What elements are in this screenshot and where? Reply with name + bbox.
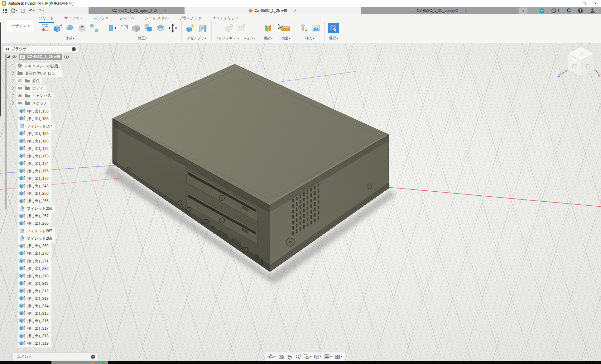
press-pull-icon[interactable] [107, 23, 117, 33]
redo-icon[interactable]: ↷▾ [39, 8, 44, 13]
create-group-label[interactable]: 作成 [65, 36, 74, 41]
assemble-group-label[interactable]: アセンブリ [187, 36, 206, 41]
expand-arrow-icon[interactable] [12, 86, 15, 91]
document-tab-2-active[interactable]: CZ-652C_1_25 v49 ✕ [185, 7, 361, 14]
feature-row[interactable]: 押し出し316 [18, 318, 51, 324]
browser-node-row[interactable]: 名前の付いたビュー [12, 70, 62, 77]
feature-label[interactable]: 押し出し172 [27, 146, 49, 151]
job-status-icon[interactable]: 1 [551, 8, 560, 13]
feature-label[interactable]: 押し出し319 [27, 341, 49, 346]
tab-close-icon[interactable]: ✕ [464, 9, 467, 13]
notifications-bell-icon[interactable] [566, 8, 571, 13]
create-sketch-icon[interactable] [40, 23, 51, 33]
collapse-panel-icon[interactable] [5, 48, 9, 50]
browser-node-row[interactable]: キャンバス [12, 93, 54, 99]
new-tab-button[interactable]: + [519, 7, 527, 14]
feature-label[interactable]: 押し出し282 [27, 266, 49, 271]
feature-row[interactable]: フィレット256 [18, 205, 55, 212]
feature-row[interactable]: 押し出し243 [18, 183, 51, 190]
app-grid-icon[interactable] [3, 9, 7, 13]
insert-image-icon[interactable] [310, 23, 321, 33]
shell-icon[interactable] [131, 23, 142, 33]
expand-arrow-icon[interactable] [12, 101, 15, 106]
browser-root-row[interactable]: CZ-652C_1_25 v49 [6, 53, 69, 60]
comments-bar[interactable]: コメント + [12, 352, 99, 361]
feature-row[interactable]: 押し出し174 [18, 160, 51, 167]
feature-label[interactable]: 押し出し257 [27, 213, 49, 219]
browser-node-row[interactable]: スケッチ [12, 100, 50, 107]
feature-row[interactable]: 押し出し314 [18, 303, 51, 309]
feature-row[interactable]: 押し出し255 [18, 198, 51, 205]
look-at-icon[interactable] [278, 354, 284, 360]
feature-label[interactable]: 押し出し176 [27, 176, 49, 181]
revolve-icon[interactable] [65, 23, 75, 33]
feature-row[interactable]: 押し出し319 [18, 340, 51, 347]
feature-label[interactable]: 押し出し159 [27, 131, 49, 136]
feature-row[interactable]: フィレット268 [18, 235, 55, 242]
feature-label[interactable]: 押し出し271 [27, 259, 49, 264]
viewports-icon[interactable]: ▾ [334, 354, 342, 360]
expand-arrow-icon[interactable] [12, 64, 15, 68]
browser-node-label[interactable]: 名前の付いたビュー [25, 71, 59, 76]
feature-label[interactable]: 押し出し310 [27, 274, 49, 279]
feature-row[interactable]: 押し出し311 [18, 280, 51, 287]
feature-row[interactable]: 押し出し250 [18, 190, 51, 197]
feature-label[interactable]: フィレット157 [27, 124, 52, 129]
feature-row[interactable]: 押し出し257 [18, 213, 51, 220]
browser-node-label[interactable]: ドキュメントの設定 [24, 64, 59, 69]
feature-label[interactable]: 押し出し311 [27, 281, 48, 286]
split-body-icon[interactable] [155, 23, 166, 33]
configuration-table-icon[interactable] [236, 23, 247, 33]
modify-group-label[interactable]: 修正 [138, 36, 147, 41]
expand-arrow-icon[interactable] [12, 71, 15, 76]
feature-row[interactable]: 押し出し318 [18, 333, 51, 340]
visibility-eye-icon[interactable] [12, 55, 17, 58]
feature-row[interactable]: 押し出し282 [18, 265, 51, 272]
feature-row[interactable]: 押し出し155 [18, 115, 51, 122]
feature-label[interactable]: 押し出し317 [27, 326, 49, 331]
feature-row[interactable]: 押し出し153 [18, 108, 51, 115]
feature-label[interactable]: 押し出し266 [27, 221, 49, 226]
insert-fastener-icon[interactable] [298, 23, 309, 33]
orbit-icon[interactable]: ▾ [268, 354, 276, 360]
visibility-eye-off-icon[interactable] [17, 79, 22, 83]
feature-label[interactable]: フィレット256 [27, 206, 52, 211]
tab-close-icon[interactable]: ✕ [294, 9, 296, 13]
expand-arrow-icon[interactable] [12, 94, 15, 98]
configuration-icon[interactable] [224, 23, 234, 33]
workspace-selector[interactable]: デザイン [6, 20, 35, 32]
browser-node-label[interactable]: 原点 [32, 78, 40, 84]
browser-node-label[interactable]: キャンバス [32, 93, 51, 98]
browser-node-label[interactable]: スケッチ [32, 101, 47, 106]
browser-scrollbar[interactable] [5, 54, 7, 209]
extrude-icon[interactable] [52, 23, 63, 33]
combine-icon[interactable] [143, 23, 154, 33]
feature-label[interactable]: 押し出し243 [27, 184, 49, 189]
visibility-eye-icon[interactable] [17, 101, 22, 106]
select-tool-icon[interactable] [328, 23, 339, 33]
feature-row[interactable]: 押し出し317 [18, 325, 51, 332]
feature-row[interactable]: 押し出し310 [18, 273, 51, 280]
feature-label[interactable]: 押し出し250 [27, 191, 49, 196]
feature-row[interactable]: 押し出し175 [18, 168, 51, 175]
feature-label[interactable]: 押し出し153 [27, 109, 49, 114]
feature-row[interactable]: 押し出し173 [18, 153, 51, 160]
grid-display-icon[interactable]: ▾ [324, 354, 332, 360]
undo-icon[interactable]: ↶▾ [29, 8, 35, 13]
expand-arrow-icon[interactable] [12, 79, 15, 83]
feature-label[interactable]: 押し出し269 [27, 243, 49, 249]
browser-node-row[interactable]: ボディ [12, 85, 46, 92]
insert-group-label[interactable]: 挿入 [305, 36, 314, 41]
feature-row[interactable]: 押し出し269 [18, 243, 51, 250]
feature-label[interactable]: 押し出し316 [27, 318, 49, 324]
tab-close-icon[interactable]: ✕ [164, 9, 167, 13]
feature-label[interactable]: 押し出し315 [27, 311, 49, 316]
browser-node-row[interactable]: ドキュメントの設定 [12, 63, 61, 69]
zoom-icon[interactable] [295, 354, 301, 360]
display-settings-icon[interactable]: ▾ [314, 354, 321, 360]
feature-row[interactable]: フィレット157 [18, 123, 55, 130]
feature-label[interactable]: 押し出し168 [27, 139, 49, 144]
feature-label[interactable]: 押し出し312 [27, 289, 49, 294]
document-tab-3[interactable]: CZ-652C_1_25_open v2 ✕ [361, 7, 517, 14]
feature-row[interactable]: 押し出し168 [18, 138, 51, 145]
